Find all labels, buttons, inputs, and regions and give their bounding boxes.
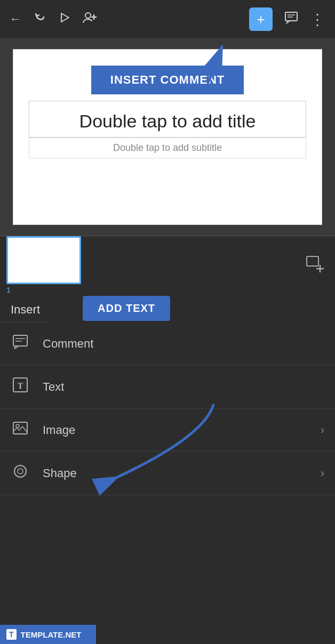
add-text-button[interactable]: ADD TEXT [83,296,170,321]
shape-chevron-icon: › [321,466,324,480]
main-content: INSERT COMMENT Double tap to add title D… [0,38,335,644]
svg-text:T: T [18,381,23,390]
insert-comment-button[interactable]: INSERT COMMENT [91,66,244,94]
insert-panel: Insert ADD TEXT Comment T [0,294,335,644]
shape-icon [11,463,30,483]
svg-point-17 [14,465,26,477]
slide-subtitle-box: Double tap to add subtitle [29,138,306,158]
thumbnails-strip: 1 [0,236,335,294]
play-icon[interactable] [59,12,70,27]
add-slide-button[interactable] [305,255,329,276]
add-button[interactable]: + [249,7,273,31]
slide-area: INSERT COMMENT Double tap to add title D… [0,38,335,236]
thumbnail-wrapper: 1 [6,236,81,294]
slide-title-box: Double tap to add title [29,101,306,138]
slide-title: Double tap to add title [79,111,256,131]
insert-header-row: Insert ADD TEXT [0,294,335,323]
shape-label: Shape [43,466,308,480]
template-name: TEMPLATE.NET [21,630,82,639]
insert-item-text[interactable]: T Text [0,365,335,409]
image-label: Image [43,423,308,437]
image-icon [11,421,30,439]
svg-point-1 [85,13,91,18]
image-chevron-icon: › [321,423,324,437]
comment-icon [11,334,30,353]
comments-icon[interactable] [284,11,298,28]
toolbar-right: + ⋮ [249,7,325,31]
template-logo: T [6,629,17,640]
add-person-icon[interactable] [82,11,97,28]
toolbar-left: ← [10,11,97,28]
slide-subtitle: Double tap to add subtitle [113,142,222,153]
svg-point-18 [18,469,23,474]
more-options-icon[interactable]: ⋮ [310,11,325,28]
text-label: Text [43,380,324,394]
comment-label: Comment [43,337,324,351]
slide-canvas: INSERT COMMENT Double tap to add title D… [13,49,322,225]
svg-rect-7 [307,256,318,266]
svg-rect-4 [285,12,297,21]
insert-item-image[interactable]: Image › [0,409,335,452]
svg-rect-10 [13,335,27,346]
back-icon[interactable]: ← [10,12,21,26]
insert-header: Insert [0,294,51,323]
toolbar: ← + [0,0,335,38]
text-icon: T [11,377,30,397]
template-banner: T TEMPLATE.NET [0,625,96,644]
insert-item-comment[interactable]: Comment [0,323,335,365]
svg-rect-15 [13,422,27,434]
insert-item-shape[interactable]: Shape › [0,452,335,495]
undo-icon[interactable] [33,11,47,28]
slide-number: 1 [6,286,11,294]
slide-thumbnail[interactable] [6,236,81,284]
svg-point-16 [16,424,19,428]
svg-marker-0 [61,13,69,22]
